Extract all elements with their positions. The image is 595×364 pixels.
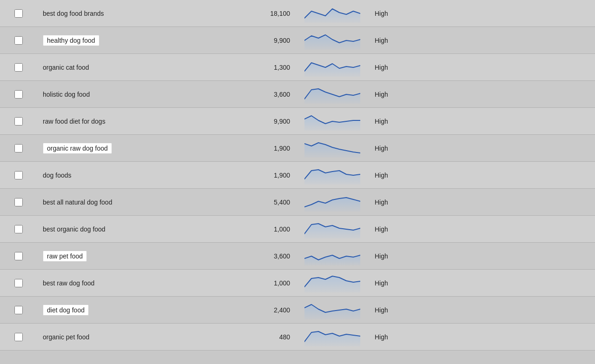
- table-row: raw food diet for dogs9,900High: [0, 108, 595, 135]
- volume-cell: 2,400: [214, 306, 298, 314]
- trend-cell: [298, 112, 367, 131]
- row-checkbox[interactable]: [14, 63, 23, 72]
- table-row: organic cat food1,300High: [0, 54, 595, 81]
- keyword-cell: raw food diet for dogs: [37, 114, 214, 129]
- checkbox-cell: [0, 252, 37, 260]
- keyword-cell: healthy dog food: [37, 31, 214, 50]
- checkbox-cell: [0, 198, 37, 206]
- row-checkbox[interactable]: [14, 144, 23, 152]
- row-checkbox[interactable]: [14, 333, 23, 341]
- trend-cell: [298, 166, 367, 185]
- checkbox-cell: [0, 117, 37, 126]
- competition-cell: High: [367, 252, 502, 260]
- row-checkbox[interactable]: [14, 225, 23, 233]
- volume-cell: 1,000: [214, 225, 298, 233]
- checkbox-cell: [0, 9, 37, 18]
- competition-cell: High: [367, 279, 502, 287]
- volume-cell: 9,900: [214, 118, 298, 125]
- sparkline-chart: [304, 139, 360, 158]
- trend-cell: [298, 220, 367, 238]
- keyword-cell: organic raw dog food: [37, 139, 214, 158]
- table-row: best raw dog food1,000High: [0, 270, 595, 297]
- keyword-badge: organic raw dog food: [43, 143, 112, 154]
- table-row: best all natural dog food5,400High: [0, 189, 595, 216]
- table-row: dog foods1,900High: [0, 162, 595, 189]
- sparkline-chart: [304, 85, 360, 104]
- competition-cell: High: [367, 64, 502, 71]
- checkbox-cell: [0, 144, 37, 152]
- keyword-cell: holistic dog food: [37, 87, 214, 102]
- table-row: holistic dog food3,600High: [0, 81, 595, 108]
- volume-cell: 3,600: [214, 252, 298, 260]
- checkbox-cell: [0, 36, 37, 45]
- sparkline-chart: [304, 193, 360, 212]
- competition-cell: High: [367, 199, 502, 206]
- keyword-badge: raw pet food: [43, 251, 87, 262]
- svg-marker-4: [304, 116, 360, 131]
- svg-marker-11: [304, 304, 360, 319]
- competition-cell: High: [367, 91, 502, 98]
- sparkline-chart: [304, 247, 360, 265]
- row-checkbox[interactable]: [14, 198, 23, 206]
- trend-cell: [298, 274, 367, 292]
- volume-cell: 1,000: [214, 279, 298, 287]
- volume-cell: 3,600: [214, 91, 298, 98]
- trend-cell: [298, 139, 367, 158]
- row-checkbox[interactable]: [14, 90, 23, 99]
- competition-cell: High: [367, 225, 502, 233]
- keyword-cell: dog foods: [37, 168, 214, 183]
- sparkline-chart: [304, 4, 360, 23]
- row-checkbox[interactable]: [14, 279, 23, 287]
- svg-marker-3: [304, 89, 360, 104]
- keyword-badge: diet dog food: [43, 304, 89, 316]
- checkbox-cell: [0, 63, 37, 72]
- checkbox-cell: [0, 306, 37, 314]
- sparkline-chart: [304, 301, 360, 319]
- volume-cell: 1,900: [214, 172, 298, 179]
- competition-cell: High: [367, 333, 502, 341]
- row-checkbox[interactable]: [14, 306, 23, 314]
- checkbox-cell: [0, 279, 37, 287]
- competition-cell: High: [367, 172, 502, 179]
- trend-cell: [298, 85, 367, 104]
- keyword-cell: best all natural dog food: [37, 195, 214, 210]
- table-row: best dog food brands18,100High: [0, 0, 595, 27]
- keyword-cell: best organic dog food: [37, 222, 214, 237]
- volume-cell: 480: [214, 333, 298, 341]
- table-row: organic raw dog food1,900High: [0, 135, 595, 162]
- keyword-cell: best dog food brands: [37, 6, 214, 21]
- volume-cell: 5,400: [214, 199, 298, 206]
- keyword-table: best dog food brands18,100Highhealthy do…: [0, 0, 595, 351]
- trend-cell: [298, 247, 367, 265]
- table-row: best organic dog food1,000High: [0, 216, 595, 243]
- table-row: raw pet food3,600High: [0, 243, 595, 270]
- sparkline-chart: [304, 274, 360, 292]
- checkbox-cell: [0, 333, 37, 341]
- row-checkbox[interactable]: [14, 117, 23, 126]
- row-checkbox[interactable]: [14, 9, 23, 18]
- trend-cell: [298, 4, 367, 23]
- trend-cell: [298, 58, 367, 77]
- competition-cell: High: [367, 306, 502, 314]
- sparkline-chart: [304, 112, 360, 131]
- sparkline-chart: [304, 220, 360, 238]
- volume-cell: 1,300: [214, 64, 298, 71]
- trend-cell: [298, 301, 367, 319]
- checkbox-cell: [0, 225, 37, 233]
- checkbox-cell: [0, 90, 37, 99]
- trend-cell: [298, 328, 367, 346]
- table-row: organic pet food480High: [0, 324, 595, 351]
- sparkline-chart: [304, 31, 360, 50]
- volume-cell: 9,900: [214, 37, 298, 44]
- competition-cell: High: [367, 37, 502, 44]
- row-checkbox[interactable]: [14, 171, 23, 179]
- row-checkbox[interactable]: [14, 252, 23, 260]
- competition-cell: High: [367, 145, 502, 152]
- row-checkbox[interactable]: [14, 36, 23, 45]
- competition-cell: High: [367, 118, 502, 125]
- keyword-cell: raw pet food: [37, 247, 214, 265]
- keyword-cell: best raw dog food: [37, 276, 214, 291]
- keyword-badge: healthy dog food: [43, 35, 99, 46]
- sparkline-chart: [304, 328, 360, 346]
- svg-marker-1: [304, 35, 360, 50]
